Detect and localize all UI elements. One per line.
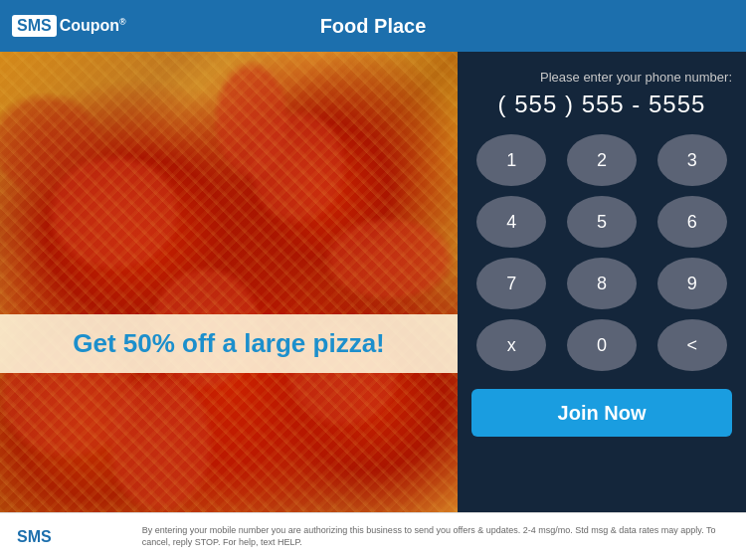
header-logo: SMS Coupon® bbox=[12, 15, 126, 37]
phone-label: Please enter your phone number: bbox=[471, 70, 732, 85]
footer-logo-coupon: Coupon® bbox=[60, 527, 126, 545]
phone-display: ( 555 ) 555 - 5555 bbox=[471, 91, 732, 118]
key-<[interactable]: < bbox=[657, 319, 727, 371]
promo-banner: Get 50% off a large pizza! bbox=[0, 314, 458, 373]
logo-coupon-text: Coupon® bbox=[60, 17, 126, 35]
promo-text: Get 50% off a large pizza! bbox=[73, 328, 385, 358]
phone-entry-panel: Please enter your phone number: ( 555 ) … bbox=[458, 52, 746, 512]
logo-sms-text: SMS bbox=[12, 15, 57, 37]
pizza-image bbox=[0, 52, 458, 512]
key-5[interactable]: 5 bbox=[567, 196, 637, 248]
key-3[interactable]: 3 bbox=[657, 134, 727, 186]
join-now-button[interactable]: Join Now bbox=[471, 389, 732, 437]
key-x[interactable]: x bbox=[476, 319, 546, 371]
footer-logo-sms: SMS bbox=[12, 526, 57, 548]
key-0[interactable]: 0 bbox=[567, 319, 637, 371]
app-footer: SMS Coupon® By entering your mobile numb… bbox=[0, 512, 746, 560]
key-7[interactable]: 7 bbox=[476, 258, 546, 309]
main-content: Get 50% off a large pizza! Please enter … bbox=[0, 52, 746, 512]
promo-panel: Get 50% off a large pizza! bbox=[0, 52, 458, 512]
footer-disclaimer: By entering your mobile number you are a… bbox=[142, 525, 734, 548]
page-title: Food Place bbox=[320, 15, 427, 38]
footer-logo: SMS Coupon® bbox=[12, 526, 126, 548]
key-8[interactable]: 8 bbox=[567, 258, 637, 309]
key-4[interactable]: 4 bbox=[476, 196, 546, 248]
key-6[interactable]: 6 bbox=[657, 196, 727, 248]
key-9[interactable]: 9 bbox=[657, 258, 727, 309]
key-1[interactable]: 1 bbox=[476, 134, 546, 186]
key-2[interactable]: 2 bbox=[567, 134, 637, 186]
keypad: 123456789x0< bbox=[471, 134, 732, 371]
app-header: SMS Coupon® Food Place bbox=[0, 0, 746, 52]
